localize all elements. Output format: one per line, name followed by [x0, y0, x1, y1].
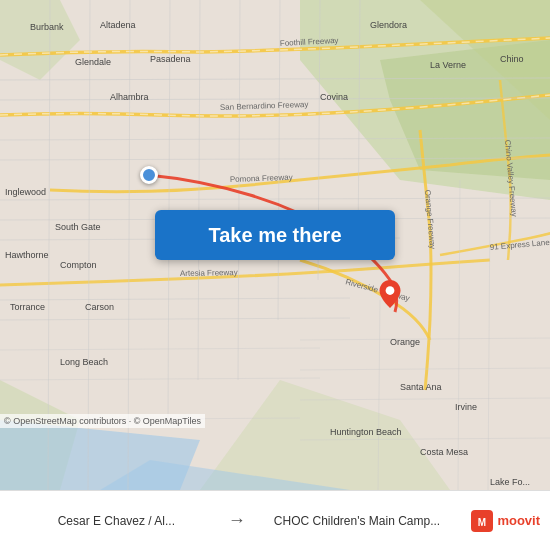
svg-text:Glendora: Glendora — [370, 20, 407, 30]
svg-text:Artesia Freeway: Artesia Freeway — [180, 268, 238, 278]
svg-text:Pasadena: Pasadena — [150, 54, 191, 64]
svg-text:Compton: Compton — [60, 260, 97, 270]
svg-text:Huntington Beach: Huntington Beach — [330, 427, 402, 437]
svg-text:La Verne: La Verne — [430, 60, 466, 70]
svg-text:Costa Mesa: Costa Mesa — [420, 447, 468, 457]
svg-text:Covina: Covina — [320, 92, 348, 102]
svg-text:Santa Ana: Santa Ana — [400, 382, 442, 392]
svg-text:Long Beach: Long Beach — [60, 357, 108, 367]
svg-point-69 — [386, 286, 395, 295]
svg-text:Alhambra: Alhambra — [110, 92, 149, 102]
moovit-logo: M moovit — [471, 510, 540, 532]
osm-credit: © OpenStreetMap contributors · © OpenMap… — [0, 414, 205, 428]
destination-label: CHOC Children's Main Camp... — [251, 514, 464, 528]
svg-text:Lake Fo...: Lake Fo... — [490, 477, 530, 487]
svg-text:Chino: Chino — [500, 54, 524, 64]
moovit-logo-icon: M — [471, 510, 493, 532]
svg-text:Orange: Orange — [390, 337, 420, 347]
arrow-icon: → — [228, 510, 246, 531]
svg-text:Glendale: Glendale — [75, 57, 111, 67]
svg-text:Carson: Carson — [85, 302, 114, 312]
svg-text:Hawthorne: Hawthorne — [5, 250, 49, 260]
take-me-there-button[interactable]: Take me there — [155, 210, 395, 260]
moovit-text: moovit — [497, 513, 540, 528]
svg-text:Altadena: Altadena — [100, 20, 136, 30]
svg-text:South Gate: South Gate — [55, 222, 101, 232]
svg-text:Irvine: Irvine — [455, 402, 477, 412]
footer-bar: Cesar E Chavez / Al... → CHOC Children's… — [0, 490, 550, 550]
svg-text:Inglewood: Inglewood — [5, 187, 46, 197]
svg-text:Torrance: Torrance — [10, 302, 45, 312]
origin-label: Cesar E Chavez / Al... — [10, 514, 223, 528]
map-container: Foothill Freeway San Bernardino Freeway … — [0, 0, 550, 490]
svg-text:Burbank: Burbank — [30, 22, 64, 32]
origin-marker — [140, 166, 158, 184]
svg-text:M: M — [478, 517, 486, 528]
